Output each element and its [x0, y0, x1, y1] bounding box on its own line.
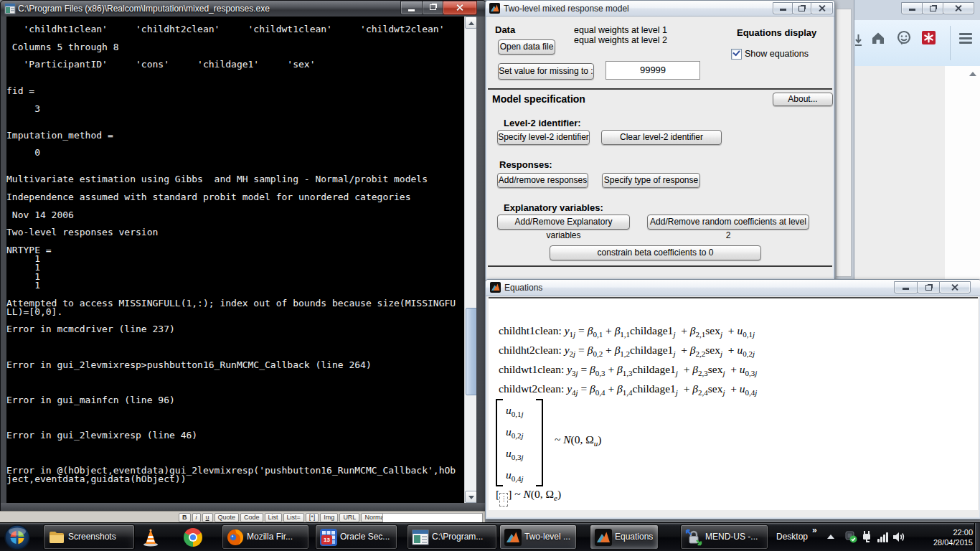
firefox-page-area [854, 66, 980, 280]
toolbar-separator [950, 26, 951, 60]
taskbar: Screenshots Mozilla Fir... 13 Oracle Sec… [0, 522, 980, 551]
open-data-file-button[interactable]: Open data file [498, 39, 555, 55]
add-random-coeff-button[interactable]: Add/Remove random coefficients at level … [647, 215, 809, 230]
u-distribution: ~ N(0, Ωu) [555, 433, 601, 448]
equations-restore-button[interactable] [917, 281, 941, 293]
taskbar-oracle[interactable]: 13 Oracle Sec... [315, 524, 397, 550]
matlab-icon [489, 3, 500, 17]
page-scroll-up-icon[interactable] [969, 72, 976, 76]
e-distribution-line: [⋮] ~ N(0, Ωe) [496, 488, 561, 507]
firefox-icon [227, 529, 244, 546]
toolbar-overflow-chevron[interactable]: » [812, 525, 817, 535]
console-output[interactable]: 'childht1clean' 'childht2clean' 'childwt… [6, 17, 464, 503]
show-equations-checkbox[interactable] [731, 49, 742, 60]
taskbar-matlab-equations[interactable]: Equations [590, 524, 659, 550]
taskbar-label: MEND-US -... [705, 532, 758, 542]
weights-line1: equal weights at level 1 [556, 25, 685, 35]
editor-underline-button[interactable]: u [202, 513, 213, 522]
equation-line: childht1clean: y1j = β0,1 + β1,1childage… [499, 324, 755, 339]
menu-hamburger-icon[interactable] [959, 33, 972, 47]
tray-sync-icon[interactable] [845, 531, 857, 543]
notification-badge: 13 [321, 535, 332, 545]
window-frame-bottom [1, 503, 485, 511]
add-remove-responses-button[interactable]: Add/remove responses [497, 173, 588, 188]
weights-line2: equal weights at level 2 [556, 35, 685, 45]
start-button[interactable] [4, 524, 31, 551]
editor-item-button[interactable]: [*] [306, 513, 319, 522]
forum-editor-toolbar: BiuQuoteCodeListList=[*]ImgURLNormalFont… [0, 511, 485, 523]
matrix-bracket-left [496, 399, 503, 486]
taskbar-console[interactable]: C:\Program... [407, 524, 497, 550]
padlock-transfer-icon [685, 529, 702, 546]
tray-volume-icon[interactable] [892, 531, 905, 543]
lastpass-icon[interactable] [922, 31, 936, 44]
console-restore-button[interactable] [422, 1, 444, 15]
specify-type-button[interactable]: Specify type of response [602, 173, 700, 188]
model-close-button[interactable] [811, 2, 833, 14]
editor-italic-button[interactable]: i [192, 513, 201, 522]
equations-titlebar[interactable]: Equations [486, 280, 980, 296]
firefox-restore-button[interactable] [922, 2, 944, 14]
desktop-toolbar-label[interactable]: Desktop [776, 532, 808, 542]
equation-line: childwt2clean: y4j = β0,4 + β1,4childage… [499, 382, 757, 397]
editor-quote-button[interactable]: Quote [215, 513, 240, 522]
explanatory-heading: Explanatory variables: [504, 202, 603, 213]
firefox-close-button[interactable] [943, 2, 974, 14]
model-restore-button[interactable] [792, 2, 812, 14]
tray-power-icon[interactable] [861, 530, 873, 544]
matrix-bracket-right [536, 399, 543, 486]
level2-heading: Level-2 identifier: [504, 118, 581, 128]
equation-line: childwt1clean: y3j = β0,3 + β1,3childage… [499, 363, 757, 377]
constrain-beta-button[interactable]: constrain beta coefficients to 0 [550, 245, 761, 260]
add-explanatory-button[interactable]: Add/Remove Explanatory variables [497, 215, 630, 230]
taskbar-vlc[interactable] [141, 527, 161, 547]
model-window: Two-level mixed response model Data equa… [485, 0, 835, 281]
show-desktop-button[interactable] [974, 523, 980, 551]
matlab-icon [490, 282, 501, 296]
console-scrollbar[interactable] [464, 17, 477, 503]
firefox-minimize-button[interactable] [901, 2, 923, 14]
editor-code-button[interactable]: Code [240, 513, 263, 522]
taskbar-firefox[interactable]: Mozilla Fir... [222, 524, 309, 550]
scroll-down-button[interactable] [465, 491, 477, 503]
missing-value-field[interactable]: 99999 [606, 61, 700, 80]
hidden-icons-arrow[interactable] [827, 534, 834, 539]
model-minimize-button[interactable] [773, 2, 793, 14]
equations-minimize-button[interactable] [894, 281, 918, 293]
taskbar-chrome[interactable] [184, 528, 202, 547]
console-window: C:\Program Files (x86)\Realcom\Imputatio… [0, 0, 486, 512]
data-heading: Data [495, 24, 515, 35]
equations-close-button[interactable] [939, 281, 971, 293]
about-button[interactable]: About... [773, 93, 833, 106]
scroll-up-button[interactable] [465, 17, 477, 29]
tray-network-icon[interactable] [877, 532, 889, 542]
model-titlebar[interactable]: Two-level mixed response model [486, 1, 834, 17]
feedback-smiley-icon[interactable] [896, 30, 912, 49]
taskbar-mendus[interactable]: MEND-US -... [680, 524, 768, 550]
editor-field[interactable] [382, 513, 483, 523]
taskbar-screenshots[interactable]: Screenshots [43, 524, 135, 550]
download-arrow-icon[interactable] [855, 33, 862, 49]
clear-level2-button[interactable]: Clear level-2 identifier [601, 130, 722, 145]
specify-level2-button[interactable]: Specify level-2 identifier [497, 130, 590, 145]
console-text: 'childht1clean' 'childht2clean' 'childwt… [6, 17, 464, 484]
set-missing-button[interactable]: Set value for missing to : [498, 63, 594, 80]
editor-list-button[interactable]: List [265, 513, 282, 522]
editor-url-button[interactable]: URL [339, 513, 359, 522]
background-window-panel [836, 9, 852, 277]
console-close-button[interactable] [443, 1, 477, 15]
collapsed-matrix-icon: ⋮ [499, 493, 508, 507]
editor-list2-button[interactable]: List= [283, 513, 304, 522]
home-icon[interactable] [870, 30, 886, 49]
folder-icon [48, 529, 65, 546]
matlab-icon [595, 529, 612, 546]
console-title-text: C:\Program Files (x86)\Realcom\Imputatio… [18, 4, 270, 14]
console-app-icon [412, 529, 429, 546]
taskbar-matlab-model[interactable]: Two-level ... [499, 524, 577, 550]
editor-img-button[interactable]: Img [320, 513, 338, 522]
tray-clock[interactable]: 22:00 28/04/2015 [910, 527, 973, 547]
console-titlebar[interactable]: C:\Program Files (x86)\Realcom\Imputatio… [1, 1, 486, 17]
editor-bold-button[interactable]: B [179, 513, 191, 522]
console-app-icon [4, 3, 16, 17]
console-minimize-button[interactable] [400, 1, 423, 15]
